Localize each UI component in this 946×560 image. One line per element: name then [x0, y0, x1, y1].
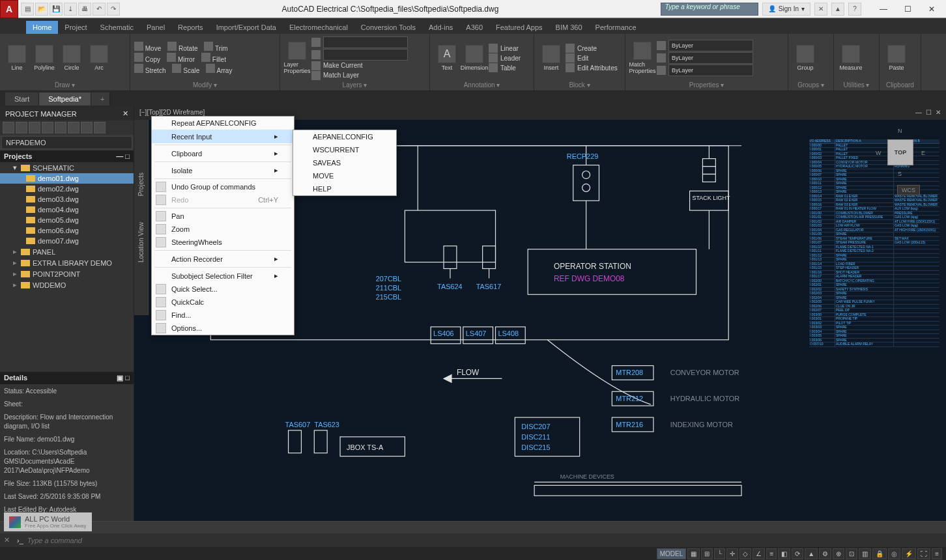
- workspace-icon[interactable]: ⚙: [819, 548, 831, 559]
- viewcube-face[interactable]: TOP: [887, 139, 913, 165]
- qat-save-icon[interactable]: 💾: [50, 3, 63, 16]
- group-label-block[interactable]: Block ▾: [538, 81, 621, 89]
- matchlayer-icon[interactable]: [311, 71, 321, 80]
- pm-search-icon[interactable]: [68, 122, 79, 133]
- layer-state-icon[interactable]: [311, 38, 321, 47]
- match-properties-button[interactable]: Match Properties: [629, 42, 655, 74]
- text-button[interactable]: AText: [434, 45, 460, 71]
- makecurrent-icon[interactable]: [311, 61, 321, 70]
- tree-file[interactable]: demo02.dwg: [0, 184, 134, 194]
- ribbon-tab-featured-apps[interactable]: Featured Apps: [489, 21, 549, 34]
- layer-color-icon[interactable]: [311, 50, 321, 59]
- ctx-pan[interactable]: Pan: [152, 210, 294, 223]
- linetype-dropdown[interactable]: ByLayer: [668, 64, 753, 76]
- ribbon-tab-a360[interactable]: A360: [459, 21, 489, 34]
- ctx-quick-select-[interactable]: Quick Select...: [152, 283, 294, 296]
- osnap-icon[interactable]: ◇: [739, 548, 751, 559]
- qat-new-icon[interactable]: ▤: [21, 3, 34, 16]
- selection-cycling-icon[interactable]: ⟳: [792, 548, 803, 559]
- ctx-recent-input[interactable]: Recent Input▸AEPANELCONFIGWSCURRENTSAVEA…: [152, 130, 294, 143]
- ctx-options-[interactable]: Options...: [152, 322, 294, 335]
- drawing-canvas[interactable]: [−][Top][2D Wireframe] —☐✕ Projects Loca…: [134, 107, 946, 521]
- tree-folder[interactable]: WDDEMO: [0, 279, 134, 290]
- help-search-input[interactable]: Type a keyword or phrase: [661, 3, 758, 16]
- group-label-draw[interactable]: Draw ▾: [4, 81, 126, 89]
- ctx-undo-group-of-commands[interactable]: Undo Group of commands: [152, 180, 294, 193]
- circle-button[interactable]: Circle: [59, 45, 85, 71]
- clean-screen-icon[interactable]: ⛶: [917, 548, 930, 559]
- ctx-sub-move[interactable]: MOVE: [293, 169, 396, 182]
- ctx-sub-saveas[interactable]: SAVEAS: [293, 156, 396, 169]
- tree-file[interactable]: demo01.dwg: [0, 173, 134, 184]
- polyline-button[interactable]: Polyline: [31, 45, 57, 71]
- copy-button[interactable]: Copy: [134, 53, 160, 63]
- qat-undo-icon[interactable]: ↶: [93, 3, 106, 16]
- pm-new-icon[interactable]: [3, 122, 14, 133]
- color-dropdown[interactable]: ByLayer: [668, 40, 753, 51]
- ctx-repeat-aepanelconfig[interactable]: Repeat AEPANELCONFIG: [152, 117, 294, 130]
- vp-minimize-icon[interactable]: —: [915, 109, 922, 118]
- close-button[interactable]: ✕: [920, 1, 943, 17]
- wcs-label[interactable]: WCS: [897, 185, 920, 195]
- scale-button[interactable]: Scale: [172, 64, 199, 74]
- ctx-find-[interactable]: Find...: [152, 309, 294, 322]
- viewcube[interactable]: N S W E TOP: [874, 126, 926, 178]
- vp-maximize-icon[interactable]: ☐: [926, 109, 932, 118]
- tree-file[interactable]: demo05.dwg: [0, 215, 134, 225]
- group-label-utilities[interactable]: Utilities ▾: [838, 81, 875, 89]
- snap-icon[interactable]: ⊞: [701, 548, 713, 559]
- ctx-sub-help[interactable]: HELP: [293, 182, 396, 195]
- qat-redo-icon[interactable]: ↷: [107, 3, 120, 16]
- lock-ui-icon[interactable]: 🔒: [872, 548, 887, 559]
- pm-details-header[interactable]: Details▣ □: [0, 372, 134, 384]
- insert-button[interactable]: Insert: [538, 45, 564, 71]
- annotation-monitor-icon[interactable]: ⊕: [833, 548, 844, 559]
- group-label-properties[interactable]: Properties ▾: [629, 81, 784, 89]
- tree-file[interactable]: demo06.dwg: [0, 225, 134, 236]
- doc-tab-start[interactable]: Start: [5, 92, 39, 105]
- fillet-button[interactable]: Fillet: [201, 53, 226, 63]
- polar-icon[interactable]: ✛: [726, 548, 738, 559]
- trim-button[interactable]: Trim: [204, 42, 227, 52]
- edit-block-button[interactable]: Edit: [566, 53, 618, 63]
- ribbon-tab-electromechanical[interactable]: Electromechanical: [283, 21, 354, 34]
- tree-folder-schematic[interactable]: SCHEMATIC: [0, 162, 134, 173]
- qat-print-icon[interactable]: 🖶: [78, 3, 91, 16]
- edit-attributes-button[interactable]: Edit Attributes: [566, 63, 618, 72]
- annoscale-icon[interactable]: ▲: [805, 548, 818, 559]
- ribbon-tab-bim-360[interactable]: BIM 360: [549, 21, 589, 34]
- tree-file[interactable]: demo07.dwg: [0, 236, 134, 246]
- pm-help-icon[interactable]: [94, 122, 106, 133]
- move-button[interactable]: Move: [134, 42, 161, 52]
- pm-refresh-icon[interactable]: [29, 122, 40, 133]
- ctx-isolate[interactable]: Isolate▸: [152, 163, 294, 177]
- command-close-icon[interactable]: ✕: [4, 536, 13, 545]
- layer-properties-button[interactable]: Layer Properties: [284, 42, 310, 74]
- ribbon-tab-conversion-tools[interactable]: Conversion Tools: [354, 21, 422, 34]
- ribbon-tab-home[interactable]: Home: [26, 21, 58, 34]
- group-label-annotation[interactable]: Annotation ▾: [434, 81, 530, 89]
- create-block-button[interactable]: Create: [566, 44, 618, 53]
- ribbon-tab-project[interactable]: Project: [58, 21, 93, 34]
- vp-close-icon[interactable]: ✕: [936, 109, 941, 118]
- paste-button[interactable]: Paste: [883, 45, 910, 71]
- mirror-button[interactable]: Mirror: [167, 53, 195, 63]
- doc-tab-softpedia-[interactable]: Softpedia*: [39, 92, 91, 105]
- group-button[interactable]: Group: [792, 45, 818, 71]
- group-label-layers[interactable]: Layers ▾: [284, 81, 425, 89]
- array-button[interactable]: Array: [206, 64, 232, 74]
- ctx-redo[interactable]: RedoCtrl+Y: [152, 193, 294, 206]
- customize-icon[interactable]: ≡: [932, 548, 942, 559]
- ribbon-tab-import-export-data[interactable]: Import/Export Data: [210, 21, 283, 34]
- color-swatch-icon[interactable]: [657, 41, 666, 50]
- pm-ref-icon[interactable]: [81, 122, 93, 133]
- ctx-zoom[interactable]: Zoom: [152, 223, 294, 236]
- tree-folder[interactable]: POINT2POINT: [0, 268, 134, 279]
- command-input[interactable]: [27, 537, 942, 544]
- ribbon-tab-schematic[interactable]: Schematic: [94, 21, 140, 34]
- tree-file[interactable]: demo04.dwg: [0, 204, 134, 215]
- close-icon[interactable]: ✕: [122, 109, 128, 118]
- pm-projects-header[interactable]: Projects— □: [0, 150, 134, 162]
- stretch-button[interactable]: Stretch: [134, 64, 165, 74]
- lineweight-dropdown[interactable]: ByLayer: [668, 52, 753, 64]
